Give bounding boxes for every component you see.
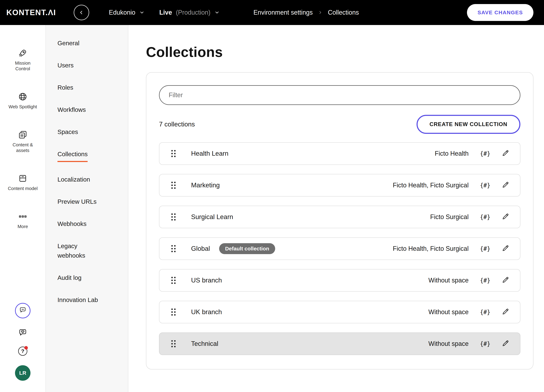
- collections-list: Health Learn Ficto Health {#}: [159, 142, 520, 355]
- nav-item-spaces[interactable]: Spaces: [58, 127, 121, 137]
- collection-row[interactable]: US branch Without space {#}: [159, 269, 520, 292]
- drag-handle-icon[interactable]: [171, 309, 176, 316]
- collection-spaces: Without space: [428, 308, 468, 316]
- pencil-icon: [502, 149, 509, 158]
- collection-name: Technical: [191, 340, 218, 347]
- breadcrumb: Environment settings Collections: [254, 9, 359, 16]
- nav-item-webhooks[interactable]: Webhooks: [58, 219, 121, 229]
- edit-button[interactable]: [502, 244, 509, 253]
- pencil-icon: [502, 276, 509, 285]
- collection-row[interactable]: Marketing Ficto Health, Ficto Surgical {…: [159, 174, 520, 196]
- collections-toolbar: 7 collections CREATE NEW COLLECTION: [159, 115, 520, 134]
- create-new-collection-button[interactable]: CREATE NEW COLLECTION: [417, 115, 520, 134]
- nav-item-general[interactable]: General: [58, 38, 121, 48]
- codename-button[interactable]: {#}: [480, 182, 491, 189]
- drag-handle-icon[interactable]: [171, 150, 176, 157]
- breadcrumb-parent[interactable]: Environment settings: [254, 9, 313, 16]
- edit-button[interactable]: [502, 339, 509, 348]
- nav-item-roles[interactable]: Roles: [58, 83, 121, 92]
- rail-item-label: Web Spotlight: [8, 104, 37, 110]
- collapse-sidebar-button[interactable]: [74, 5, 89, 20]
- rail-item-mission-control[interactable]: Mission Control: [8, 48, 38, 71]
- codename-button[interactable]: {#}: [480, 277, 491, 284]
- default-collection-badge: Default collection: [219, 243, 275, 254]
- topbar: KONTENT.ΛI Edukonio Live (Production) En…: [0, 0, 544, 25]
- rail-item-more[interactable]: More: [18, 212, 28, 229]
- collection-row[interactable]: Health Learn Ficto Health {#}: [159, 142, 520, 165]
- user-avatar[interactable]: LR: [15, 365, 30, 381]
- nav-item-audit-log[interactable]: Audit log: [58, 273, 121, 282]
- codename-button[interactable]: {#}: [480, 245, 491, 252]
- collection-name: Global: [191, 245, 210, 252]
- collection-row[interactable]: Global Default collection Ficto Health, …: [159, 237, 520, 260]
- collections-count: 7 collections: [159, 121, 195, 128]
- more-icon: [18, 212, 28, 221]
- rail-item-label: Mission Control: [8, 60, 38, 71]
- nav-item-workflows[interactable]: Workflows: [58, 105, 121, 115]
- pencil-icon: [502, 213, 509, 222]
- rail-item-content-model[interactable]: Content model: [8, 174, 38, 191]
- chat-button[interactable]: [15, 303, 30, 318]
- rail-item-label: Content & assets: [8, 142, 38, 153]
- settings-nav: General Users Roles Workflows Spaces Col…: [46, 25, 128, 392]
- collection-spaces: Ficto Health: [435, 150, 468, 157]
- main-content: Collections 7 collections CREATE NEW COL…: [128, 25, 544, 392]
- project-name: Edukonio: [109, 9, 135, 16]
- chevron-down-icon: [139, 10, 145, 15]
- rail-item-label: Content model: [8, 186, 38, 191]
- drag-handle-icon[interactable]: [171, 277, 176, 284]
- nav-item-innovation-lab[interactable]: Innovation Lab: [58, 295, 121, 305]
- app: KONTENT.ΛI Edukonio Live (Production) En…: [0, 0, 544, 392]
- collection-row[interactable]: UK branch Without space {#}: [159, 301, 520, 323]
- edit-button[interactable]: [502, 213, 509, 222]
- save-changes-button[interactable]: SAVE CHANGES: [467, 4, 533, 21]
- edit-button[interactable]: [502, 276, 509, 285]
- pencil-icon: [502, 244, 509, 253]
- breadcrumb-current: Collections: [328, 9, 359, 16]
- environment-name: Live: [159, 9, 172, 16]
- drag-handle-icon[interactable]: [171, 245, 176, 252]
- project-switcher[interactable]: Edukonio: [109, 9, 145, 16]
- collection-row[interactable]: Surgical Learn Ficto Surgical {#}: [159, 206, 520, 228]
- collection-spaces: Ficto Health, Ficto Surgical: [393, 245, 468, 252]
- nav-item-preview-urls[interactable]: Preview URLs: [58, 197, 121, 206]
- feedback-heart-icon: [18, 332, 27, 338]
- environment-switcher[interactable]: Live (Production): [159, 9, 220, 16]
- rail-item-label: More: [18, 224, 28, 229]
- edit-button[interactable]: [502, 308, 509, 317]
- content-model-icon: [18, 174, 28, 183]
- nav-item-localization[interactable]: Localization: [58, 175, 121, 184]
- collection-spaces: Without space: [428, 277, 468, 284]
- collection-name: Surgical Learn: [191, 213, 233, 221]
- edit-button[interactable]: [502, 149, 509, 158]
- help-button[interactable]: [18, 346, 27, 356]
- codename-button[interactable]: {#}: [480, 309, 491, 316]
- rail-bottom: LR: [15, 303, 30, 381]
- drag-handle-icon[interactable]: [171, 213, 176, 220]
- rail-item-web-spotlight[interactable]: Web Spotlight: [8, 92, 37, 110]
- notification-dot: [24, 346, 28, 350]
- collection-row[interactable]: Technical Without space {#}: [159, 333, 520, 355]
- feedback-button[interactable]: [18, 328, 27, 337]
- codename-button[interactable]: {#}: [480, 213, 491, 220]
- filter-input[interactable]: [159, 85, 520, 105]
- collection-spaces: Ficto Health, Ficto Surgical: [393, 182, 468, 189]
- edit-button[interactable]: [502, 181, 509, 190]
- drag-handle-icon[interactable]: [171, 182, 176, 189]
- page-title: Collections: [146, 44, 533, 60]
- nav-item-legacy-webhooks[interactable]: Legacy webhooks: [58, 241, 90, 260]
- rail-item-content-assets[interactable]: Content & assets: [8, 130, 38, 153]
- app-rail: Mission Control Web Spotlight: [0, 25, 46, 392]
- pencil-icon: [502, 181, 509, 190]
- chevron-left-icon: [79, 10, 84, 15]
- pencil-icon: [502, 339, 509, 348]
- nav-item-collections[interactable]: Collections: [58, 149, 121, 162]
- nav-item-users[interactable]: Users: [58, 61, 121, 70]
- kontent-logo: KONTENT.ΛI: [6, 8, 56, 17]
- codename-button[interactable]: {#}: [480, 340, 491, 347]
- chat-icon: [19, 306, 26, 315]
- codename-button[interactable]: {#}: [480, 150, 491, 157]
- collection-name: US branch: [191, 277, 222, 284]
- pencil-icon: [502, 308, 509, 317]
- drag-handle-icon[interactable]: [171, 340, 176, 347]
